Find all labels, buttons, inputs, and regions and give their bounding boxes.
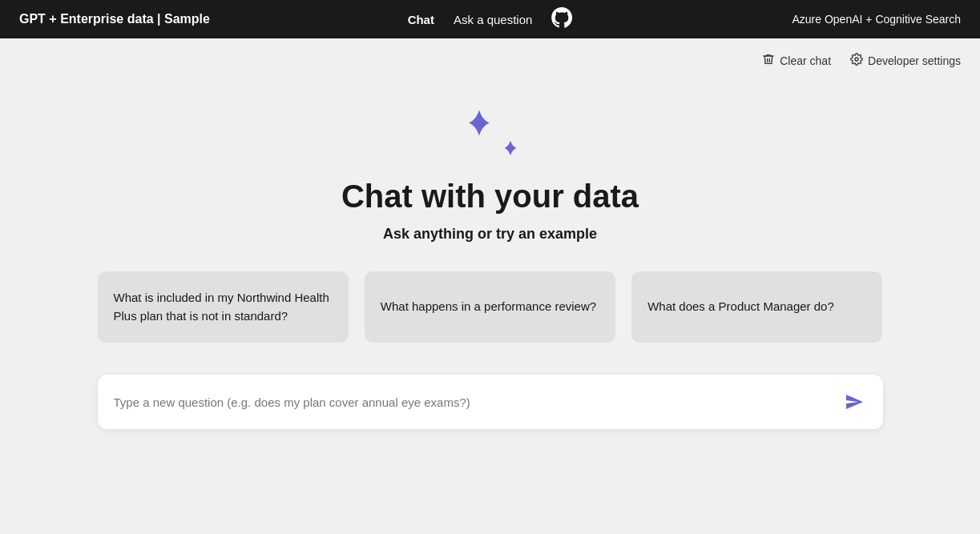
main-subtitle: Ask anything or try an example — [383, 226, 597, 243]
header-right: Azure OpenAI + Cognitive Search — [792, 13, 961, 26]
header-nav: Chat Ask a question — [408, 7, 573, 31]
example-card-2[interactable]: What does a Product Manager do? — [631, 271, 882, 343]
sparkle-large-icon — [458, 106, 500, 148]
nav-ask-question[interactable]: Ask a question — [454, 13, 532, 26]
svg-point-0 — [855, 58, 858, 61]
example-card-text-2: What does a Product Manager do? — [647, 299, 834, 313]
header-left: GPT + Enterprise data | Sample — [19, 12, 210, 26]
gear-icon — [850, 53, 863, 68]
nav-chat[interactable]: Chat — [408, 13, 434, 26]
azure-label: Azure OpenAI + Cognitive Search — [792, 13, 961, 26]
example-card-text-1: What happens in a performance review? — [381, 299, 596, 313]
app-title: GPT + Enterprise data | Sample — [19, 12, 210, 26]
example-cards-container: What is included in my Northwind Health … — [98, 271, 883, 343]
trash-icon — [762, 53, 775, 68]
clear-chat-label: Clear chat — [780, 54, 831, 67]
sparkle-small-icon — [498, 139, 522, 163]
chat-input-container — [98, 375, 883, 429]
main-title: Chat with your data — [341, 179, 639, 215]
toolbar: Clear chat Developer settings — [0, 38, 980, 74]
chat-input[interactable] — [114, 395, 841, 409]
send-button[interactable] — [841, 389, 867, 415]
main-content: Chat with your data Ask anything or try … — [0, 74, 980, 429]
send-icon — [845, 392, 864, 412]
sparkle-decoration — [458, 106, 522, 163]
developer-settings-label: Developer settings — [868, 54, 961, 67]
clear-chat-button[interactable]: Clear chat — [762, 53, 831, 68]
header: GPT + Enterprise data | Sample Chat Ask … — [0, 0, 980, 38]
example-card-0[interactable]: What is included in my Northwind Health … — [98, 271, 349, 343]
example-card-text-0: What is included in my Northwind Health … — [114, 291, 329, 323]
developer-settings-button[interactable]: Developer settings — [850, 53, 961, 68]
github-icon[interactable] — [551, 7, 572, 31]
example-card-1[interactable]: What happens in a performance review? — [365, 271, 615, 343]
